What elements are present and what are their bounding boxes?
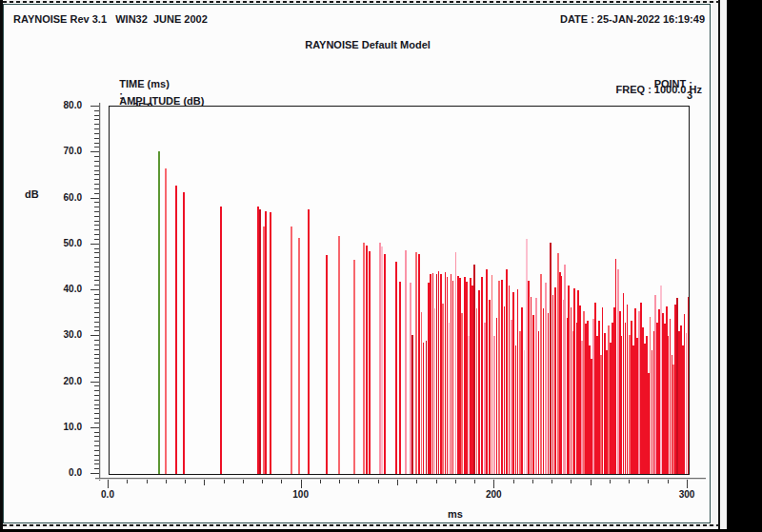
x-tick [204, 480, 205, 485]
y-tick [94, 330, 99, 331]
x-axis-unit-label: ms [434, 508, 476, 520]
y-tick [90, 289, 99, 290]
y-tick-label: 10.0 [44, 422, 82, 432]
x-tick [320, 480, 321, 483]
reflection-spike [353, 260, 355, 474]
reflection-spike [308, 209, 310, 474]
y-tick [94, 207, 99, 207]
y-tick [90, 106, 99, 107]
y-tick [94, 179, 99, 180]
y-tick [94, 161, 99, 162]
reflection-spike [165, 168, 167, 474]
x-tick [127, 480, 128, 483]
x-tick [301, 480, 302, 488]
reflection-spike [452, 281, 454, 474]
x-tick [224, 480, 225, 483]
y-tick [94, 252, 99, 253]
reflection-spike [426, 341, 428, 474]
y-tick [94, 363, 99, 364]
y-tick [94, 184, 99, 185]
reflection-spike [548, 313, 550, 474]
reflection-spike [366, 246, 368, 474]
y-tick [90, 473, 99, 474]
reflection-spike [526, 239, 528, 474]
reflection-spike [326, 255, 328, 474]
y-tick [94, 239, 99, 240]
y-tick [94, 229, 99, 230]
y-axis-unit-label: dB [25, 188, 39, 200]
y-tick [94, 395, 99, 396]
reflection-spike [478, 290, 480, 474]
reflection-spike [521, 307, 523, 474]
window-frame-edge [718, 0, 720, 529]
y-tick-label: 80.0 [44, 100, 82, 110]
y-tick [94, 326, 99, 327]
y-tick [94, 221, 99, 222]
y-tick [94, 460, 99, 461]
y-tick [94, 390, 99, 391]
y-tick [90, 151, 99, 152]
reflection-spike [476, 308, 478, 474]
y-tick [90, 244, 99, 245]
y-tick [94, 436, 99, 437]
y-tick-label: 60.0 [44, 192, 82, 203]
x-tick [571, 480, 572, 483]
reflection-spike [415, 252, 417, 474]
y-tick [94, 285, 99, 286]
reflection-spike [498, 281, 500, 474]
y-tick [94, 143, 99, 144]
x-tick [610, 480, 611, 483]
y-tick [94, 294, 99, 295]
reflection-spike [399, 282, 401, 474]
reflection-spike [395, 262, 397, 474]
y-tick [94, 400, 99, 401]
y-tick [94, 110, 99, 111]
y-tick [94, 115, 99, 116]
window-border-top [3, 1, 719, 3]
y-tick [90, 427, 99, 428]
freq-readout: FREQ : 1000.0 Hz [419, 84, 702, 95]
x-tick [455, 480, 456, 483]
y-tick [94, 307, 99, 308]
x-tick [166, 480, 167, 483]
reflection-spike [504, 306, 506, 474]
y-tick [94, 124, 99, 125]
y-tick [90, 198, 99, 199]
reflection-spike [442, 304, 444, 474]
reflection-spike [512, 292, 514, 474]
y-tick [94, 385, 99, 386]
y-tick [94, 170, 99, 171]
y-tick [94, 463, 99, 464]
reflection-spike [423, 343, 425, 474]
x-tick [648, 480, 649, 483]
y-tick [94, 408, 99, 409]
reflection-spike [338, 236, 340, 474]
y-tick [94, 445, 99, 446]
x-axis-ruler-highlight [95, 479, 706, 480]
y-tick [94, 432, 99, 433]
reflection-spike [473, 265, 475, 474]
y-tick [94, 276, 99, 277]
reflection-spike [540, 274, 542, 474]
reflection-spike [538, 331, 540, 474]
y-tick [94, 133, 99, 134]
app-version-label: RAYNOISE Rev 3.1 WIN32 JUNE 2002 [13, 13, 208, 25]
reflection-spike [384, 254, 386, 474]
y-tick [94, 156, 99, 157]
y-tick [94, 404, 99, 405]
reflection-spike [509, 286, 511, 474]
reflection-spike [369, 251, 371, 474]
y-tick [94, 193, 99, 194]
plot-box [109, 106, 690, 475]
x-tick-label: 100 [280, 489, 322, 500]
y-tick [90, 335, 99, 336]
x-tick [493, 480, 494, 488]
y-tick [94, 280, 99, 281]
y-tick [94, 441, 99, 442]
reflection-spike [496, 318, 498, 474]
reflection-spike [461, 313, 463, 474]
reflection-spike [381, 246, 383, 474]
y-tick [90, 382, 99, 383]
y-tick [94, 367, 99, 368]
reflection-spike [554, 287, 556, 474]
